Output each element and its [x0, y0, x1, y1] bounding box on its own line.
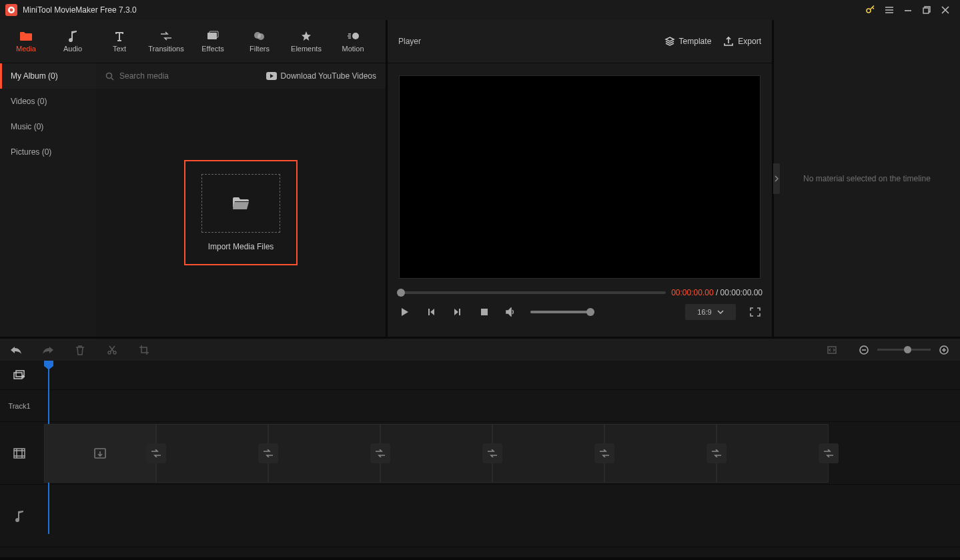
template-button[interactable]: Template [664, 36, 712, 47]
panel-collapse-handle[interactable] [773, 163, 780, 194]
play-button[interactable] [397, 305, 412, 319]
clip-slot[interactable] [380, 424, 492, 483]
sidebar-item-music[interactable]: Music (0) [0, 114, 96, 139]
player-viewport [399, 75, 761, 279]
svg-point-12 [108, 351, 111, 354]
sidebar-item-pictures[interactable]: Pictures (0) [0, 139, 96, 165]
svg-rect-4 [207, 33, 217, 39]
svg-rect-19 [14, 449, 25, 458]
clip-slot[interactable] [604, 424, 716, 483]
motion-icon [346, 30, 360, 42]
elements-icon [300, 30, 313, 42]
prev-frame-button[interactable] [424, 305, 438, 319]
export-icon [723, 36, 734, 47]
audio-track-body[interactable] [39, 485, 960, 547]
search-icon [105, 72, 114, 81]
clip-slot[interactable] [492, 424, 604, 483]
timeline: Track1 [0, 361, 960, 557]
undo-button[interactable] [9, 343, 23, 357]
transition-slot[interactable] [146, 443, 166, 463]
inspector-placeholder: No material selected on the timeline [803, 174, 931, 183]
aspect-ratio-select[interactable]: 16:9 [685, 304, 736, 320]
next-frame-button[interactable] [450, 305, 465, 319]
import-media-button[interactable]: Import Media Files [184, 160, 298, 265]
folder-open-icon [231, 195, 250, 211]
auto-fit-button[interactable] [825, 343, 839, 357]
edit-toolbar [0, 337, 960, 361]
ribbon-tabs: Media Audio Text Transitions Effects Fil… [0, 20, 386, 63]
video-track-icon [0, 448, 39, 459]
zoom-in-button[interactable] [937, 343, 951, 357]
tab-effects[interactable]: Effects [189, 21, 236, 61]
transition-slot[interactable] [370, 443, 390, 463]
close-button[interactable] [936, 1, 955, 19]
tab-elements[interactable]: Elements [283, 21, 330, 61]
audio-track-icon [0, 510, 39, 522]
chevron-down-icon [717, 310, 724, 314]
media-sidebar: My Album (0) Videos (0) Music (0) Pictur… [0, 63, 96, 337]
text-icon [113, 30, 126, 42]
download-youtube-link[interactable]: Download YouTube Videos [266, 71, 376, 81]
svg-rect-3 [923, 8, 929, 13]
music-note-icon [66, 30, 79, 42]
video-track-body[interactable] [39, 422, 960, 484]
svg-rect-17 [14, 373, 22, 379]
track-label: Track1 [0, 402, 39, 410]
filters-icon [253, 30, 266, 42]
player-title: Player [398, 37, 421, 46]
fullscreen-button[interactable] [748, 305, 763, 319]
tab-text[interactable]: Text [96, 21, 143, 61]
folder-icon [19, 30, 33, 42]
transition-slot[interactable] [594, 443, 614, 463]
add-track-button[interactable] [13, 370, 25, 381]
maximize-button[interactable] [917, 1, 936, 19]
svg-point-8 [352, 33, 359, 39]
menu-icon[interactable] [880, 1, 899, 19]
activate-key-icon[interactable] [861, 1, 880, 19]
svg-rect-11 [481, 309, 488, 315]
timecode: 00:00:00.00 / 00:00:00.00 [671, 288, 763, 297]
clip-slot[interactable] [716, 424, 829, 483]
svg-point-7 [258, 33, 264, 40]
timeline-ruler[interactable] [39, 361, 960, 390]
delete-button[interactable] [73, 343, 87, 357]
export-button[interactable]: Export [723, 36, 761, 47]
tab-filters[interactable]: Filters [236, 21, 283, 61]
redo-button[interactable] [41, 343, 55, 357]
download-icon [266, 72, 277, 80]
import-media-label: Import Media Files [208, 242, 274, 251]
sidebar-item-my-album[interactable]: My Album (0) [0, 63, 96, 89]
svg-point-13 [113, 351, 116, 354]
transition-slot[interactable] [258, 443, 278, 463]
clip-slot[interactable] [44, 424, 156, 483]
clip-slot[interactable] [156, 424, 268, 483]
player-header: Player Template Export [388, 20, 772, 63]
tab-transitions[interactable]: Transitions [143, 21, 189, 61]
seek-slider[interactable] [397, 291, 666, 294]
clip-slot[interactable] [268, 424, 380, 483]
effects-icon [206, 30, 219, 42]
transitions-icon [159, 30, 173, 42]
media-toolbar: Download YouTube Videos [96, 63, 386, 89]
volume-slider[interactable] [530, 311, 594, 313]
crop-button[interactable] [137, 343, 151, 357]
volume-icon[interactable] [504, 305, 518, 319]
transition-slot[interactable] [706, 443, 727, 463]
track1-body[interactable] [39, 390, 960, 421]
transition-slot[interactable] [819, 443, 839, 463]
svg-point-9 [107, 73, 112, 78]
zoom-out-button[interactable] [857, 343, 871, 357]
sidebar-item-videos[interactable]: Videos (0) [0, 89, 96, 114]
search-input[interactable] [119, 71, 226, 81]
minimize-button[interactable] [899, 1, 917, 19]
tab-audio[interactable]: Audio [49, 21, 96, 61]
tab-media[interactable]: Media [3, 21, 49, 61]
split-button[interactable] [105, 343, 119, 357]
zoom-slider[interactable] [877, 349, 931, 351]
drop-media-icon [93, 447, 107, 459]
transition-slot[interactable] [482, 443, 502, 463]
stop-button[interactable] [477, 305, 492, 319]
app-title: MiniTool MovieMaker Free 7.3.0 [23, 5, 137, 15]
tab-motion[interactable]: Motion [330, 21, 376, 61]
inspector-panel: No material selected on the timeline [774, 20, 960, 337]
